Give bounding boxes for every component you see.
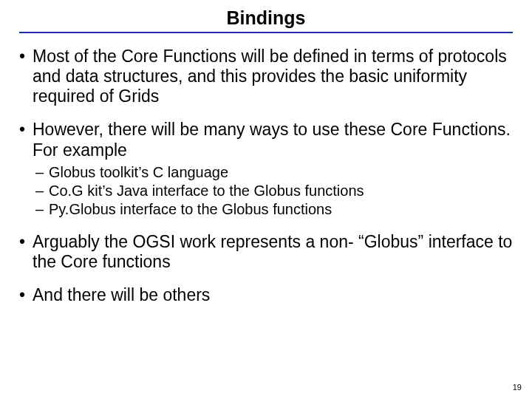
sub-bullet-item: Globus toolkit’s C language [33, 163, 516, 182]
bullet-text: However, there will be many ways to use … [33, 120, 511, 159]
slide-body: Most of the Core Functions will be defin… [0, 33, 532, 305]
sub-bullet-item: Py.Globus interface to the Globus functi… [33, 200, 516, 219]
sub-bullet-text: Globus toolkit’s C language [49, 164, 228, 180]
bullet-item: Most of the Core Functions will be defin… [16, 47, 516, 106]
sub-bullet-text: Co.G kit’s Java interface to the Globus … [49, 183, 364, 199]
bullet-item: Arguably the OGSI work represents a non-… [16, 232, 516, 272]
sub-bullet-item: Co.G kit’s Java interface to the Globus … [33, 182, 516, 200]
sub-bullet-text: Py.Globus interface to the Globus functi… [49, 201, 332, 217]
slide-title: Bindings [0, 0, 532, 32]
bullet-list: Most of the Core Functions will be defin… [16, 47, 516, 305]
bullet-text: Most of the Core Functions will be defin… [33, 47, 507, 106]
page-number: 19 [513, 383, 522, 392]
bullet-item: However, there will be many ways to use … [16, 120, 516, 218]
slide: Bindings Most of the Core Functions will… [0, 0, 532, 399]
bullet-item: And there will be others [16, 285, 516, 305]
bullet-text: And there will be others [33, 285, 210, 304]
sub-bullet-list: Globus toolkit’s C language Co.G kit’s J… [33, 163, 516, 219]
bullet-text: Arguably the OGSI work represents a non-… [33, 232, 512, 271]
